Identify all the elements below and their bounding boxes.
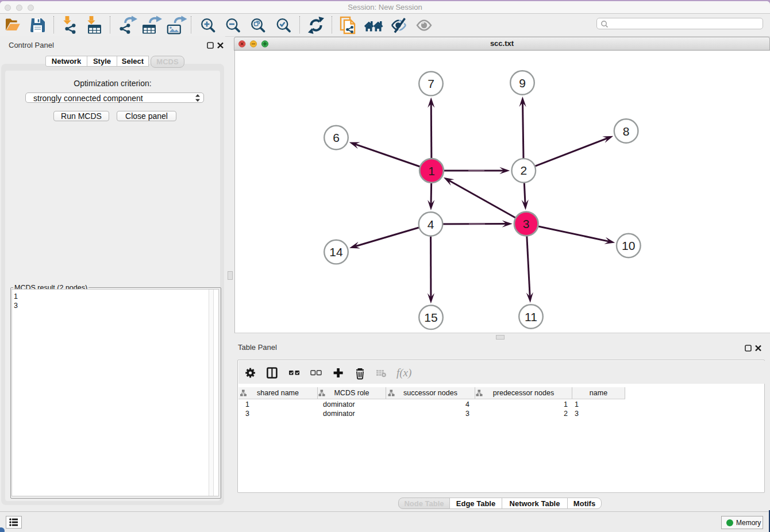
svg-text:f(x): f(x): [396, 367, 411, 379]
svg-text:6: 6: [333, 131, 340, 144]
svg-text:14: 14: [329, 245, 343, 259]
svg-text:9: 9: [519, 76, 526, 90]
svg-text:8: 8: [623, 125, 630, 138]
svg-text:11: 11: [525, 310, 537, 323]
svg-text:2: 2: [520, 164, 527, 177]
svg-text:3: 3: [523, 217, 530, 230]
svg-text:1: 1: [428, 164, 435, 178]
svg-text:10: 10: [622, 239, 635, 252]
svg-text:7: 7: [428, 77, 434, 90]
svg-text:15: 15: [424, 311, 437, 324]
svg-text:4: 4: [428, 218, 434, 231]
